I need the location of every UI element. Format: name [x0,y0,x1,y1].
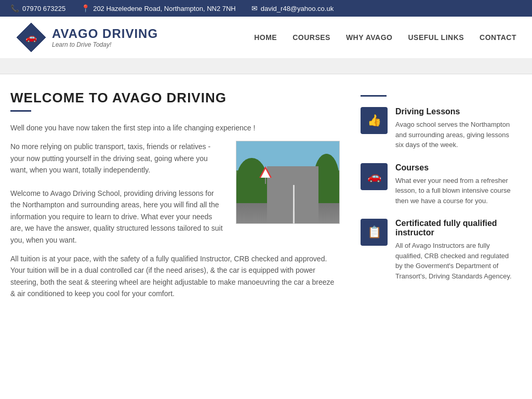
intro-paragraph: Well done you have now taken the first s… [10,122,340,134]
header: 🚗 AVAGO DRIVING Learn to Drive Today! HO… [0,17,532,59]
driving-lessons-title: Driving Lessons [395,107,516,116]
gray-divider [0,59,532,74]
courses-icon-box: 🚗 [361,163,388,190]
logo-subtitle: Learn to Drive Today! [52,41,158,48]
main-nav: HOME COURSES WHY AVAGO USEFUL LINKS CONT… [254,33,516,42]
email-item: ✉ david_r48@yahoo.co.uk [251,4,334,12]
nav-useful-links[interactable]: USEFUL LINKS [408,33,464,42]
title-underline [10,110,31,112]
phone-icon: 📞 [10,4,19,12]
driving-lessons-desc: Avago school serves the Northampton and … [395,119,516,150]
certificate-icon: 📋 [367,225,381,239]
thumbsup-icon: 👍 [367,114,381,127]
para3: All tuition is at your pace, with the sa… [10,253,340,300]
courses-content: Courses What ever your need from a refre… [395,163,516,206]
feature-instructor: 📋 Certificated fully qualified instructo… [361,219,516,281]
content-with-image: No more relying on public transport, tax… [10,141,340,246]
driving-lessons-content: Driving Lessons Avago school serves the … [395,107,516,150]
road-line [293,185,295,224]
logo-icon: 🚗 [16,22,47,53]
right-column: 👍 Driving Lessons Avago school serves th… [361,90,516,299]
instructor-content: Certificated fully qualified instructor … [395,219,516,281]
sign-post [265,178,266,184]
email-text: david_r48@yahoo.co.uk [261,5,334,12]
phone-item: 📞 07970 673225 [10,4,65,12]
car-icon: 🚗 [367,170,381,183]
email-icon: ✉ [251,4,258,12]
svg-text:🚗: 🚗 [25,32,37,43]
instructor-title: Certificated fully qualified instructor [395,219,516,237]
instructor-icon-box: 📋 [361,219,388,246]
road-image [236,141,340,224]
para1: No more relying on public transport, tax… [10,141,225,176]
road-sign [259,166,272,179]
courses-title: Courses [395,163,516,172]
left-text-block: No more relying on public transport, tax… [10,141,225,246]
driving-lessons-icon-box: 👍 [361,107,388,134]
right-top-line [361,95,387,97]
trees-left [236,158,267,203]
location-icon: 📍 [81,4,90,12]
feature-driving-lessons: 👍 Driving Lessons Avago school serves th… [361,107,516,150]
left-column: WELCOME TO AVAGO DRIVING Well done you h… [10,90,340,299]
sign-triangle [259,166,272,178]
logo-title: AVAGO DRIVING [52,26,158,41]
instructor-desc: All of Avago Instructors are fully quali… [395,241,516,281]
logo-text: AVAGO DRIVING Learn to Drive Today! [52,26,158,48]
address-text: 202 Hazeledene Road, Northampton, NN2 7N… [93,5,236,12]
page-title: WELCOME TO AVAGO DRIVING [10,90,340,106]
para2: Welcome to Avago Driving School, providi… [10,188,225,246]
road [267,166,318,224]
address-item: 📍 202 Hazeledene Road, Northampton, NN2 … [81,4,236,12]
nav-why-avago[interactable]: WHY AVAGO [346,33,393,42]
phone-number: 07970 673225 [22,5,65,12]
nav-courses[interactable]: COURSES [292,33,330,42]
road-image-inner [236,141,339,223]
top-bar: 📞 07970 673225 📍 202 Hazeledene Road, No… [0,0,532,17]
courses-desc: What ever your need from a refresher les… [395,176,516,206]
nav-contact[interactable]: CONTACT [480,33,516,42]
logo-area: 🚗 AVAGO DRIVING Learn to Drive Today! [16,22,158,53]
feature-courses: 🚗 Courses What ever your need from a ref… [361,163,516,206]
nav-home[interactable]: HOME [254,33,277,42]
main-content: WELCOME TO AVAGO DRIVING Well done you h… [0,74,532,315]
